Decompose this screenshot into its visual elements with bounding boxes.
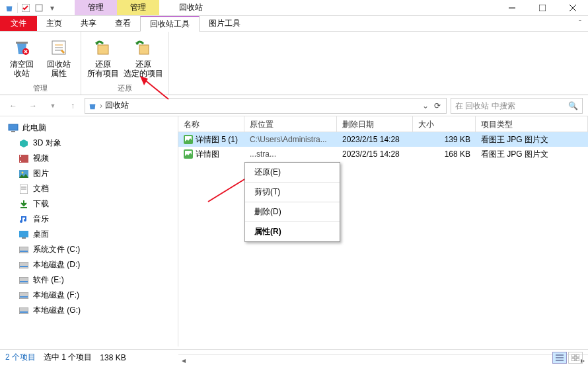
tree-drive-c[interactable]: 系统文件 (C:) — [0, 242, 178, 257]
tree-label: 本地磁盘 (D:) — [33, 259, 80, 270]
menu-restore[interactable]: 还原(E) — [245, 163, 340, 182]
file-size: 168 KB — [413, 149, 476, 159]
tab-picture-tools[interactable]: 图片工具 — [200, 16, 250, 31]
svg-rect-6 — [16, 42, 28, 44]
svg-rect-32 — [20, 281, 28, 282]
svg-rect-34 — [20, 296, 28, 298]
properties-icon — [48, 37, 69, 58]
nav-back-button[interactable]: ← — [5, 98, 21, 114]
view-thumbnails-button[interactable] — [568, 352, 583, 364]
address-bar: ← → ▼ ↑ › 回收站 ⌄ ⟳ 🔍 — [0, 95, 588, 116]
drive-icon — [18, 305, 29, 316]
context-tab-recycle-tools[interactable]: 管理 — [75, 0, 117, 15]
tree-this-pc[interactable]: 此电脑 — [0, 120, 178, 136]
tree-desktop[interactable]: 桌面 — [0, 227, 178, 242]
view-details-button[interactable] — [552, 352, 567, 364]
qat-dropdown-icon[interactable]: ▾ — [47, 3, 57, 13]
tree-videos[interactable]: 视频 — [0, 151, 178, 166]
download-icon — [18, 199, 29, 210]
video-icon — [18, 153, 29, 164]
drive-icon — [18, 245, 29, 255]
recycle-bin-properties-button[interactable]: 回收站 属性 — [42, 34, 75, 82]
pictures-icon — [18, 169, 29, 179]
image-file-icon — [184, 135, 193, 144]
tree-label: 本地磁盘 (F:) — [33, 290, 79, 301]
nav-forward-button[interactable]: → — [25, 98, 41, 114]
tab-view[interactable]: 查看 — [106, 16, 140, 31]
svg-rect-12 — [98, 45, 108, 54]
tree-label: 此电脑 — [22, 122, 46, 134]
ribbon-tabs: 文件 主页 共享 查看 回收站工具 图片工具 ˇ — [0, 16, 588, 32]
window-controls — [497, 0, 588, 16]
file-row[interactable]: 详情图 5 (1) C:\Users\Administra... 2023/2/… — [178, 132, 588, 147]
svg-point-20 — [22, 171, 24, 173]
file-name: 详情图 5 (1) — [196, 134, 238, 145]
tree-3d-objects[interactable]: 3D 对象 — [0, 136, 178, 151]
tree-drive-e[interactable]: 软件 (E:) — [0, 272, 178, 288]
tab-home[interactable]: 主页 — [37, 16, 71, 31]
menu-properties[interactable]: 属性(R) — [245, 222, 340, 241]
tree-drive-f[interactable]: 本地磁盘 (F:) — [0, 288, 178, 303]
col-date-deleted[interactable]: 删除日期 — [337, 116, 413, 132]
file-row[interactable]: 详情图 ...stra... 2023/2/15 14:28 168 KB 看图… — [178, 147, 588, 161]
tree-label: 系统文件 (C:) — [33, 244, 80, 255]
history-dropdown-icon[interactable]: ⌄ — [422, 101, 429, 110]
svg-rect-18 — [20, 161, 21, 162]
file-location: ...stra... — [244, 149, 337, 159]
tree-pictures[interactable]: 图片 — [0, 166, 178, 181]
search-input[interactable] — [455, 101, 568, 110]
col-original-location[interactable]: 原位置 — [244, 116, 337, 132]
restore-selected-button[interactable]: 还原 选定的项目 — [124, 34, 163, 82]
empty-recycle-bin-button[interactable]: 清空回 收站 — [5, 34, 38, 82]
refresh-button[interactable]: ⟳ — [431, 101, 443, 110]
breadcrumb[interactable]: › 回收站 ⌄ ⟳ — [85, 98, 447, 114]
col-name[interactable]: 名称 — [178, 116, 244, 132]
svg-rect-27 — [19, 247, 28, 253]
tab-recycle-tools[interactable]: 回收站工具 — [140, 16, 200, 32]
ribbon-collapse-button[interactable]: ˇ — [572, 16, 588, 31]
checkbox-icon[interactable] — [20, 3, 31, 13]
nav-recent-dropdown[interactable]: ▼ — [45, 98, 61, 114]
ribbon-group-restore: 还原 所有项目 还原 选定的项目 还原 — [81, 32, 169, 95]
file-size: 139 KB — [413, 135, 476, 144]
tree-label: 本地磁盘 (G:) — [33, 305, 81, 316]
tree-music[interactable]: 音乐 — [0, 212, 178, 227]
menu-delete[interactable]: 删除(D) — [245, 202, 340, 222]
tree-downloads[interactable]: 下载 — [0, 196, 178, 212]
file-location: C:\Users\Administra... — [244, 135, 337, 144]
cube-icon — [18, 138, 29, 149]
group-label: 管理 — [33, 82, 48, 93]
restore-all-button[interactable]: 还原 所有项目 — [87, 34, 120, 82]
tree-drive-d[interactable]: 本地磁盘 (D:) — [0, 257, 178, 272]
tree-label: 文档 — [33, 183, 49, 194]
tree-label: 软件 (E:) — [33, 274, 64, 286]
nav-up-button[interactable]: ↑ — [65, 98, 81, 114]
tree-drive-g[interactable]: 本地磁盘 (G:) — [0, 303, 178, 318]
properties-icon[interactable] — [34, 3, 44, 13]
drive-icon — [18, 260, 29, 270]
context-tab-picture-tools[interactable]: 管理 — [117, 0, 159, 15]
context-tab-headers: 管理 管理 — [75, 0, 159, 15]
navigation-pane[interactable]: 此电脑 3D 对象 视频 图片 文档 下载 音乐 桌面 系统文件 (C:) 本地… — [0, 116, 178, 346]
tab-file[interactable]: 文件 — [0, 16, 37, 31]
restore-all-icon — [92, 37, 114, 58]
file-list[interactable]: 名称 原位置 删除日期 大小 项目类型 详情图 5 (1) C:\Users\A… — [178, 116, 588, 346]
documents-icon — [18, 184, 29, 194]
search-box[interactable]: 🔍 — [451, 98, 583, 114]
maximize-button[interactable] — [527, 0, 558, 16]
svg-rect-33 — [19, 292, 28, 299]
minimize-button[interactable] — [497, 0, 527, 16]
breadcrumb-segment[interactable]: 回收站 — [105, 100, 129, 111]
col-size[interactable]: 大小 — [413, 116, 476, 132]
svg-rect-31 — [19, 277, 28, 284]
col-item-type[interactable]: 项目类型 — [476, 116, 588, 132]
close-button[interactable] — [558, 0, 588, 16]
tab-share[interactable]: 共享 — [71, 16, 106, 31]
menu-cut[interactable]: 剪切(T) — [245, 182, 340, 202]
search-icon[interactable]: 🔍 — [568, 101, 578, 110]
svg-rect-35 — [19, 307, 28, 314]
svg-rect-1 — [36, 5, 42, 11]
recycle-bin-icon — [4, 3, 15, 13]
tree-label: 桌面 — [33, 229, 49, 240]
tree-documents[interactable]: 文档 — [0, 181, 178, 196]
